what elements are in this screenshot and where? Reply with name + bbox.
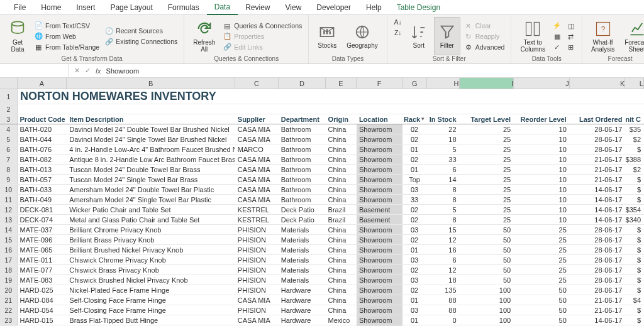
cell[interactable]: $ (625, 305, 644, 315)
cell[interactable]: Tuscan Model 24" Single Towel Bar Brass (67, 175, 235, 184)
cell[interactable]: Deck Patio (279, 205, 326, 214)
tab-insert[interactable]: Insert (69, 1, 103, 14)
cell[interactable]: PHISION (235, 225, 279, 234)
cell[interactable]: CASA MIA (235, 134, 279, 144)
cell[interactable]: China (326, 134, 357, 144)
cell[interactable]: CASA MIA (235, 165, 279, 174)
dropdown-icon[interactable]: ▼ (420, 116, 425, 122)
cell[interactable]: 33 (402, 195, 427, 204)
col-header[interactable]: H (427, 78, 459, 89)
header-cell[interactable]: Target Level (460, 114, 514, 124)
cell[interactable]: 18 (427, 275, 459, 285)
cell[interactable]: MATE-011 (18, 255, 67, 264)
cell[interactable]: MATE-065 (18, 245, 67, 254)
row-header[interactable]: 23 (0, 315, 18, 325)
cell[interactable]: PHISION (235, 245, 279, 254)
cell[interactable]: HARD-015 (18, 315, 67, 325)
cell[interactable]: Tuscan Model 24" Double Towel Bar Brass (67, 165, 235, 174)
cell[interactable]: 01 (402, 165, 427, 174)
cell[interactable]: BATH-057 (18, 175, 67, 184)
data-validation-button[interactable]: ✓ (552, 42, 563, 52)
col-header[interactable]: J (514, 78, 570, 89)
cell[interactable]: HARD-025 (18, 285, 67, 295)
page-title[interactable]: NORTON HOMEWARES INVENTORY (18, 89, 584, 104)
sort-az-button[interactable]: A↓ (392, 17, 404, 27)
cell[interactable]: Bathroom (279, 165, 326, 174)
row-header[interactable]: 12 (0, 205, 18, 214)
cell[interactable]: Showroom (357, 305, 402, 315)
row-header[interactable]: 9 (0, 175, 18, 184)
col-header[interactable]: A (18, 78, 67, 89)
cell[interactable]: 01 (402, 245, 427, 254)
cell[interactable]: Bathroom (279, 185, 326, 194)
cell[interactable]: $2 (625, 134, 644, 144)
row-header[interactable]: 21 (0, 295, 18, 305)
cell[interactable]: 135 (427, 285, 459, 295)
queries-conn-button[interactable]: ▤Queries & Connections (221, 21, 303, 31)
cell[interactable]: 14-06-17 (570, 185, 626, 194)
cancel-icon[interactable]: ✕ (74, 67, 80, 75)
cell[interactable]: Showroom (357, 165, 402, 174)
cell[interactable]: Materials (279, 275, 326, 285)
header-cell[interactable]: Product Code (18, 114, 67, 124)
cell[interactable]: 4 in. 2-Handle Low-Arc 4" Bathroom Fauce… (67, 144, 235, 154)
col-header[interactable]: F (357, 78, 402, 89)
tab-file[interactable]: File (6, 1, 33, 14)
cell[interactable]: 28-06-17 (570, 225, 626, 234)
row-header[interactable]: 19 (0, 275, 18, 285)
cell[interactable]: MARCO (235, 144, 279, 154)
cell[interactable]: 50 (514, 315, 570, 325)
cell[interactable]: 28-06-17 (570, 265, 626, 274)
row-header[interactable]: 8 (0, 165, 18, 174)
cell[interactable]: Mexico (326, 315, 357, 325)
cell[interactable]: Hardware (279, 285, 326, 295)
cell[interactable]: Hardware (279, 295, 326, 305)
cell[interactable]: China (326, 185, 357, 194)
cell[interactable]: 12 (427, 235, 459, 244)
header-cell[interactable]: Location (357, 114, 402, 124)
cell[interactable]: 50 (460, 275, 514, 285)
cell[interactable]: 03 (402, 255, 427, 264)
name-box[interactable] (0, 64, 69, 77)
cell[interactable]: $ (625, 144, 644, 154)
row-header[interactable]: 20 (0, 285, 18, 295)
cell[interactable]: 25 (460, 175, 514, 184)
fx-icon[interactable]: fx (96, 67, 101, 75)
cell[interactable]: 21-06-17 (570, 295, 626, 305)
stocks-button[interactable]: Stocks (314, 17, 340, 55)
cell[interactable]: Materials (279, 265, 326, 274)
cell[interactable]: 50 (460, 235, 514, 244)
cell[interactable]: Showroom (357, 285, 402, 295)
cell[interactable]: 25 (460, 144, 514, 154)
cell[interactable]: 10 (514, 175, 570, 184)
cell[interactable]: 18 (427, 134, 459, 144)
sort-za-button[interactable]: Z↓ (392, 28, 404, 38)
cell[interactable]: Antique 8 in. 2-Handle Low Arc Bathroom … (67, 155, 235, 164)
row-header[interactable]: 22 (0, 305, 18, 315)
cell[interactable]: $ (625, 225, 644, 234)
cell[interactable]: Brazil (326, 205, 357, 214)
datamodel-button[interactable]: ⊞ (565, 42, 577, 52)
cell[interactable]: Showroom (357, 124, 402, 134)
row-header[interactable]: 5 (0, 134, 18, 144)
cell[interactable]: 28-06-17 (570, 235, 626, 244)
cell[interactable]: PHISION (235, 235, 279, 244)
cell[interactable]: PHISION (235, 265, 279, 274)
tab-pagelayout[interactable]: Page Layout (103, 1, 160, 14)
whatif-button[interactable]: ? What-If Analysis (587, 17, 618, 55)
cell[interactable]: Showroom (357, 195, 402, 204)
cell[interactable]: CASA MIA (235, 295, 279, 305)
tab-help[interactable]: Help (358, 1, 389, 14)
row-header[interactable]: 11 (0, 195, 18, 204)
header-cell[interactable]: Unit C (625, 114, 644, 124)
col-header[interactable]: K (570, 78, 626, 89)
cell[interactable]: 8 (427, 195, 459, 204)
cell[interactable]: Wicker Patio Chair and Table Set (67, 205, 235, 214)
existing-conn-button[interactable]: 🔗Existing Connections (103, 36, 179, 46)
row-header[interactable]: 14 (0, 225, 18, 234)
cell[interactable]: $ (625, 265, 644, 274)
cell[interactable]: BATH-020 (18, 124, 67, 134)
cell[interactable]: China (326, 295, 357, 305)
cell[interactable]: 03 (402, 305, 427, 315)
cell[interactable]: Bathroom (279, 175, 326, 184)
